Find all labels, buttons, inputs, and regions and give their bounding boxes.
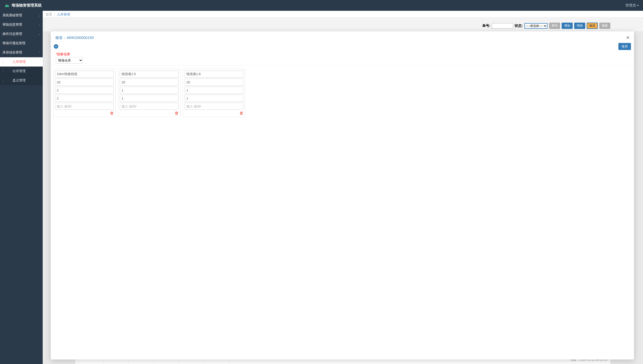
caret-down-icon [637,5,639,6]
user-label: 管理员 [625,3,636,8]
top-navbar: 堆场物资管理系统 管理员 [0,0,643,11]
navbar-brand: 堆场物资管理系统 [4,3,42,8]
logo-icon [4,3,10,8]
app-title: 堆场物资管理系统 [12,3,42,8]
user-menu[interactable]: 管理员 [625,3,639,8]
